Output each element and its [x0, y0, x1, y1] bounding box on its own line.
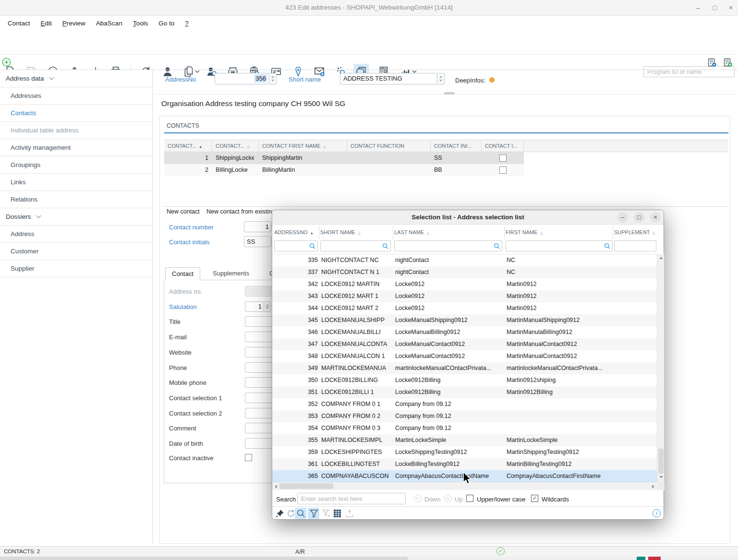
- wildcards-checkbox[interactable]: ✓: [531, 495, 538, 502]
- sidebar-item-supplier[interactable]: Supplier: [0, 260, 152, 277]
- field-spinner-salutation[interactable]: [264, 301, 271, 312]
- sidebar-item-addresses[interactable]: Addresses: [0, 87, 152, 105]
- contacts-column-header-2[interactable]: CONTACT FIRST NAME△: [259, 140, 347, 152]
- dialog-vertical-scrollbar[interactable]: [657, 254, 664, 482]
- dialog-column-header-supplement[interactable]: SUPPLEMENT△: [614, 229, 655, 235]
- contact-inactive-checkbox[interactable]: [245, 454, 252, 461]
- dialog-row-342[interactable]: 342LOCKE0912 MARTINLocke0912Martin0912: [272, 278, 657, 290]
- menu-item-go-to[interactable]: Go to: [153, 18, 180, 29]
- menu-item-item[interactable]: ?: [180, 18, 194, 29]
- dialog-row-345[interactable]: 345LOCKEMANUALSHIPPLockeManualShipping09…: [272, 314, 657, 326]
- dialog-maximize-button[interactable]: □: [634, 212, 644, 223]
- dialog-titlebar[interactable]: Selection list - Address selection list …: [272, 210, 664, 225]
- scroll-right-arrow[interactable]: [652, 485, 654, 489]
- dialog-row-344[interactable]: 344LOCKE0912 MART 2Locke0912Martin0912: [272, 302, 657, 314]
- vscroll-thumb[interactable]: [658, 449, 664, 474]
- contact-initials-input[interactable]: SS: [244, 236, 271, 247]
- sidebar-item-address[interactable]: Address: [0, 226, 152, 243]
- dialog-row-349[interactable]: 349MARTINLOCKEMANUAmartinlockeManualCOnt…: [272, 362, 657, 374]
- search-up-label[interactable]: Up: [455, 496, 463, 503]
- upper-lower-case-checkbox[interactable]: [466, 495, 473, 502]
- dialog-row-335[interactable]: 335NIGHTCONTACT NCnightContactNC: [272, 254, 657, 266]
- dialog-search-input[interactable]: [297, 493, 406, 504]
- contacts-column-header-5[interactable]: CONTACT I...: [482, 140, 524, 152]
- dialog-row-348[interactable]: 348LOCKEMANUALCON 1LockeManualContact091…: [272, 350, 657, 362]
- dialog-column-header-last-name[interactable]: LAST NAME△: [394, 229, 429, 235]
- dialog-row-337[interactable]: 337NIGHTCONTACT N 1nightContactNC: [272, 266, 657, 278]
- contacts-column-header-4[interactable]: CONTACT INI...: [431, 140, 482, 152]
- add-circle-icon[interactable]: [2, 58, 11, 67]
- contacts-column-header-3[interactable]: CONTACT FUNCTION: [347, 140, 431, 152]
- info-icon[interactable]: i: [653, 509, 661, 517]
- menu-item-contact[interactable]: Contact: [2, 18, 36, 29]
- dialog-row-352[interactable]: 352COMPANY FROM 0 1Company from 09.12: [272, 398, 657, 410]
- program-search-input[interactable]: [643, 66, 735, 77]
- scroll-up-arrow[interactable]: [659, 257, 663, 259]
- filter-icon[interactable]: [309, 509, 319, 518]
- dialog-row-350[interactable]: 350LOCKE0912BILLINGLocke0912BillingMarti…: [272, 374, 657, 386]
- window-maximize-button[interactable]: □: [710, 2, 720, 13]
- program-new-icon[interactable]: [724, 58, 733, 67]
- splitter-handle[interactable]: [444, 92, 455, 95]
- sidebar-section-address-data[interactable]: Address data: [0, 70, 152, 87]
- sidebar-item-individual-table-address[interactable]: Individual table address: [0, 122, 152, 139]
- sidebar-item-links[interactable]: Links: [0, 174, 152, 191]
- dialog-filter-last-name[interactable]: [394, 240, 502, 251]
- copy-dropdown-icon[interactable]: [195, 70, 200, 74]
- search-mode-icon[interactable]: [296, 509, 306, 518]
- dialog-close-button[interactable]: ×: [650, 212, 661, 223]
- field-input-salutation[interactable]: 1: [245, 301, 264, 312]
- dialog-column-header-addressno[interactable]: ADDRESSNO▲: [274, 229, 314, 235]
- sidebar-section-dossiers[interactable]: Dossiers: [0, 208, 152, 226]
- sidebar-item-relations[interactable]: Relations: [0, 191, 152, 208]
- menu-item-tools[interactable]: Tools: [128, 18, 154, 29]
- main-contact-checkbox[interactable]: [499, 155, 507, 162]
- search-down-label[interactable]: Down: [424, 496, 440, 503]
- sidebar-item-activity-management[interactable]: Activity management: [0, 139, 152, 156]
- short-name-input[interactable]: ADDRESS TESTING: [340, 73, 437, 84]
- dialog-filter-short-name[interactable]: [320, 240, 391, 251]
- addressno-input[interactable]: 356: [215, 73, 269, 84]
- menu-item-abascan[interactable]: AbaScan: [91, 18, 128, 29]
- dialog-row-347[interactable]: 347LOCKEMANUALCONTALockeManualContact091…: [272, 338, 657, 350]
- dialog-row-351[interactable]: 351LOCKE0912BILLI 1Locke0912BillingMarti…: [272, 386, 657, 398]
- contacts-row-2[interactable]: 2BillingLockeBillingMartinBB: [164, 164, 524, 176]
- contact-number-input[interactable]: 1: [244, 221, 271, 232]
- dialog-row-355[interactable]: 355MARTINLOCKESIMPLMartinLockeSimpleMart…: [272, 434, 657, 446]
- refresh-list-icon[interactable]: [286, 509, 296, 518]
- dialog-column-header-first-name[interactable]: FIRST NAME△: [506, 229, 543, 235]
- contacts-column-header-1[interactable]: CONTACT...△: [212, 140, 259, 152]
- main-contact-checkbox[interactable]: [499, 167, 507, 174]
- dialog-row-354[interactable]: 354COMPANY FROM 0 3Company from 09.12: [272, 422, 657, 434]
- pin-icon[interactable]: [275, 509, 285, 518]
- dialog-row-343[interactable]: 343LOCKE0912 MART 1Locke0912Martin0912: [272, 290, 657, 302]
- sidebar-item-contacts[interactable]: Contacts: [0, 105, 152, 122]
- search-down-icon[interactable]: [414, 495, 422, 502]
- dialog-filter-addressno[interactable]: [274, 240, 318, 251]
- scroll-down-arrow[interactable]: [659, 476, 663, 478]
- window-minimize-button[interactable]: –: [693, 2, 703, 13]
- dialog-row-346[interactable]: 346LOCKEMANUALBILLILockeManualBilling091…: [272, 326, 657, 338]
- dialog-filter-supplement[interactable]: [614, 240, 656, 251]
- new-contact-link[interactable]: New contact: [167, 207, 200, 216]
- dialog-minimize-button[interactable]: –: [617, 212, 628, 223]
- dialog-row-353[interactable]: 353COMPANY FROM 0 2Company from 09.12: [272, 410, 657, 422]
- menu-item-preview[interactable]: Preview: [57, 18, 91, 29]
- sidebar-item-customer[interactable]: Customer: [0, 243, 152, 260]
- new-contact-from-existing-link[interactable]: New contact from existing: [206, 207, 275, 216]
- tab-supplements[interactable]: Supplements: [206, 267, 255, 280]
- dialog-row-359[interactable]: 359LOCKESHIPPINGTESLockeShippingTesting0…: [272, 446, 657, 458]
- short-name-spinner[interactable]: [437, 73, 445, 84]
- program-settings-icon[interactable]: [708, 58, 717, 67]
- dialog-column-header-short-name[interactable]: SHORT NAME△: [320, 229, 361, 235]
- sidebar-item-groupings[interactable]: Groupings: [0, 156, 152, 174]
- window-close-button[interactable]: ×: [726, 2, 736, 13]
- tab-contact[interactable]: Contact: [165, 267, 200, 280]
- contacts-column-header-0[interactable]: CONTACT...▲: [164, 140, 212, 152]
- scroll-left-arrow[interactable]: [275, 485, 277, 489]
- contacts-row-1[interactable]: 1ShippingLockeShippingMartinSS: [164, 152, 524, 164]
- addressno-spinner[interactable]: [269, 73, 277, 84]
- search-up-icon[interactable]: [444, 495, 452, 502]
- hscroll-thumb[interactable]: [279, 483, 333, 489]
- menu-item-edit[interactable]: Edit: [36, 18, 57, 29]
